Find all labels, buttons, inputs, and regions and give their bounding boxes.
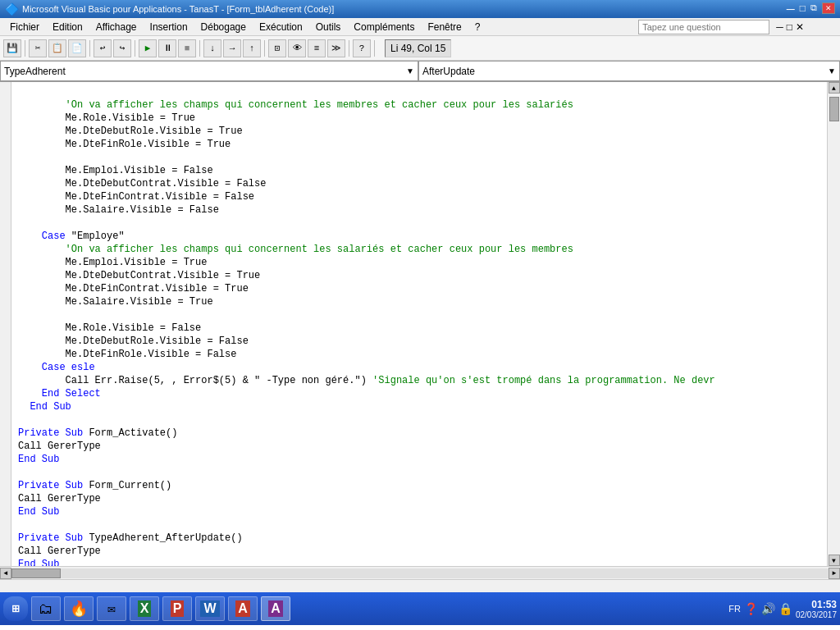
- title-bar-left: 🔷 Microsoft Visual Basic pour Applicatio…: [5, 2, 334, 16]
- tray-help[interactable]: ❓: [744, 602, 758, 615]
- line-26: Private Sub Form_Activate(): [18, 427, 177, 439]
- toolbar-undo[interactable]: ↩: [94, 39, 112, 57]
- toolbar-save[interactable]: 💾: [3, 39, 21, 57]
- minimize-icon2[interactable]: ─: [776, 21, 783, 33]
- line-8: Me.DteFinContrat.Visible = False: [18, 191, 254, 203]
- toolbar-break[interactable]: ⊡: [268, 39, 286, 57]
- toolbar-redo[interactable]: ↪: [113, 39, 131, 57]
- menu-execution[interactable]: Exécution: [253, 18, 309, 36]
- menu-help[interactable]: ?: [468, 18, 487, 36]
- toolbar-stop[interactable]: ■: [178, 39, 196, 57]
- line-36: End Sub: [18, 559, 59, 566]
- toolbar-locals[interactable]: ≡: [308, 39, 326, 57]
- scroll-up[interactable]: ▲: [829, 82, 840, 94]
- close-icon2[interactable]: ✕: [796, 21, 804, 33]
- toolbar-help[interactable]: ?: [353, 39, 371, 57]
- toolbar-copy[interactable]: 📋: [48, 39, 66, 57]
- line-13: Me.Emploi.Visible = True: [18, 257, 207, 268]
- clock-time: 01:53: [796, 599, 837, 610]
- restore-icon2[interactable]: □: [787, 21, 792, 33]
- question-input[interactable]: [638, 20, 769, 34]
- line-3: Me.DteDebutRole.Visible = True: [18, 126, 243, 137]
- taskbar-excel[interactable]: X: [130, 596, 159, 621]
- minimize-icon[interactable]: ─: [787, 2, 795, 16]
- system-clock[interactable]: 01:53 02/03/2017: [796, 599, 837, 619]
- line-19: Me.DteDebutRole.Visible = False: [18, 336, 249, 347]
- taskbar-word[interactable]: W: [195, 596, 225, 621]
- line-34: Private Sub TypeAdherent_AfterUpdate(): [18, 532, 243, 544]
- menu-fichier[interactable]: Fichier: [3, 18, 46, 36]
- menu-edition[interactable]: Edition: [46, 18, 89, 36]
- toolbar-sep5: [264, 40, 265, 57]
- dropdown-right-arrow[interactable]: ▼: [828, 66, 836, 75]
- toolbar-cut[interactable]: ✂: [29, 39, 47, 57]
- toolbar-paste[interactable]: 📄: [68, 39, 86, 57]
- toolbar-stepover[interactable]: →: [223, 39, 241, 57]
- line-1: 'On va afficher les champs qui concernen…: [18, 99, 573, 111]
- tray-lang: FR: [728, 604, 741, 614]
- procedure-dropdown[interactable]: AfterUpdate ▼: [418, 61, 840, 81]
- object-dropdown[interactable]: TypeAdherent ▼: [0, 61, 418, 81]
- line-25: [18, 414, 24, 426]
- taskbar-mail[interactable]: ✉: [97, 596, 126, 621]
- maximize-icon[interactable]: □: [800, 2, 806, 16]
- menu-complements[interactable]: Compléments: [347, 18, 421, 36]
- toolbar-position: Li 49, Col 15: [385, 39, 451, 57]
- line-24: End Sub: [18, 401, 71, 413]
- toolbar-immediate[interactable]: ≫: [327, 39, 345, 57]
- line-23: End Select: [18, 388, 101, 399]
- start-button[interactable]: ⊞: [3, 596, 28, 621]
- title-text: Microsoft Visual Basic pour Applications…: [22, 4, 334, 14]
- toolbar-sep3: [135, 40, 135, 57]
- line-12: 'On va afficher les champs qui concernen…: [18, 244, 573, 255]
- horizontal-scrollbar[interactable]: ◄ ►: [0, 566, 840, 579]
- line-35: Call GererType: [18, 546, 101, 557]
- toolbar-pause[interactable]: ⏸: [158, 39, 176, 57]
- toolbar-sep1: [25, 40, 25, 57]
- tray-speaker[interactable]: 🔊: [761, 602, 775, 615]
- toolbar-stepout[interactable]: ↑: [243, 39, 261, 57]
- scroll-thumb[interactable]: [829, 97, 839, 121]
- taskbar-firefox[interactable]: 🔥: [64, 596, 94, 621]
- menu-insertion[interactable]: Insertion: [144, 18, 194, 36]
- line-17: [18, 309, 24, 321]
- menu-outils[interactable]: Outils: [309, 18, 348, 36]
- scroll-down[interactable]: ▼: [829, 555, 840, 566]
- start-icon: ⊞: [11, 603, 20, 614]
- close-button[interactable]: ✕: [822, 2, 835, 14]
- taskbar-powerpoint[interactable]: P: [162, 596, 192, 621]
- vertical-scrollbar[interactable]: ▲ ▼: [827, 82, 840, 566]
- restore-icon[interactable]: ⧉: [810, 2, 817, 16]
- menu-affichage[interactable]: Affichage: [89, 18, 144, 36]
- toolbar-step[interactable]: ↓: [203, 39, 221, 57]
- line-29: [18, 467, 24, 478]
- line-14: Me.DteDebutContrat.Visible = True: [18, 270, 260, 281]
- code-editor[interactable]: 'On va afficher les champs qui concernen…: [11, 82, 827, 566]
- toolbar-sep6: [349, 40, 349, 57]
- line-21: Case esle: [18, 362, 95, 373]
- toolbar-sep7: [374, 40, 375, 57]
- clock-date: 02/03/2017: [796, 610, 837, 619]
- line-16: Me.Salaire.Visible = True: [18, 296, 213, 308]
- tray-network[interactable]: 🔒: [778, 602, 792, 615]
- hscroll-left[interactable]: ◄: [0, 568, 11, 579]
- line-27: Call GererType: [18, 441, 101, 452]
- toolbar-run[interactable]: ▶: [139, 39, 157, 57]
- menu-fenetre[interactable]: Fenêtre: [421, 18, 468, 36]
- line-10: [18, 217, 24, 229]
- taskbar-access[interactable]: A: [261, 596, 290, 621]
- status-bar: [0, 579, 840, 592]
- taskbar-access-red[interactable]: A: [228, 596, 258, 621]
- menu-debogage[interactable]: Débogage: [194, 18, 253, 36]
- hscroll-right[interactable]: ►: [829, 568, 840, 579]
- line-4: Me.DteFinRole.Visible = True: [18, 139, 231, 150]
- line-2: Me.Role.Visible = True: [18, 112, 195, 124]
- taskbar-explorer[interactable]: 🗂: [31, 596, 61, 621]
- app-icon: 🔷: [5, 2, 19, 16]
- hscroll-thumb[interactable]: [11, 568, 61, 578]
- line-6: Me.Emploi.Visible = False: [18, 165, 213, 176]
- toolbar-watch[interactable]: 👁: [288, 39, 306, 57]
- line-11: Case "Employe": [18, 231, 125, 242]
- line-5: [18, 152, 24, 163]
- dropdown-left-arrow[interactable]: ▼: [406, 66, 414, 75]
